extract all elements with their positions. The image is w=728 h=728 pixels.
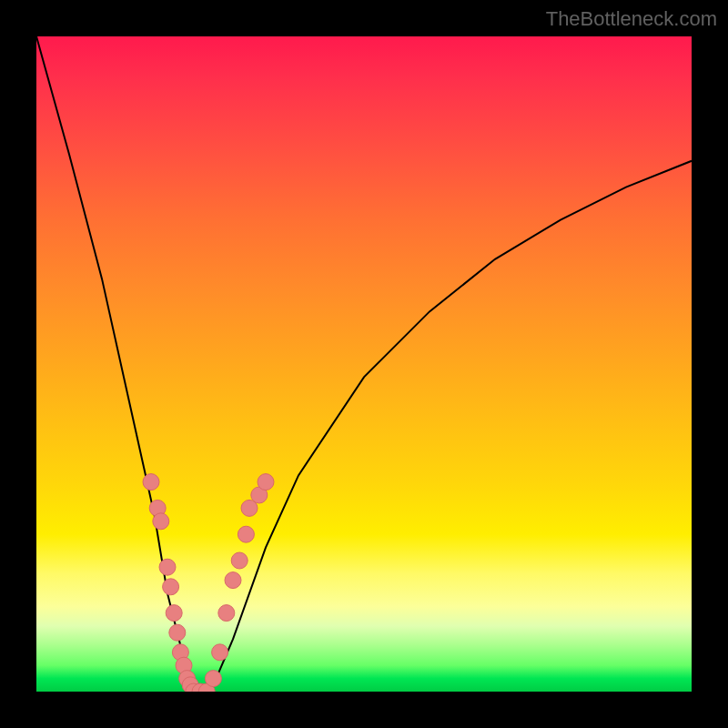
data-point [238, 526, 254, 542]
chart-container: TheBottleneck.com [0, 0, 728, 728]
data-point [218, 605, 235, 622]
data-point [225, 572, 241, 589]
data-point [153, 513, 169, 530]
scatter-points-group [143, 474, 274, 692]
data-point [163, 579, 179, 595]
data-point [212, 644, 228, 661]
data-point [258, 474, 274, 490]
data-point [169, 624, 186, 641]
plot-area [36, 36, 692, 692]
data-point [143, 474, 159, 490]
data-point [166, 605, 182, 622]
data-point [205, 671, 221, 687]
data-point [159, 559, 176, 575]
data-point [231, 552, 248, 569]
chart-svg [36, 36, 692, 692]
bottleneck-curve [36, 36, 692, 692]
watermark-text: TheBottleneck.com [546, 7, 717, 31]
